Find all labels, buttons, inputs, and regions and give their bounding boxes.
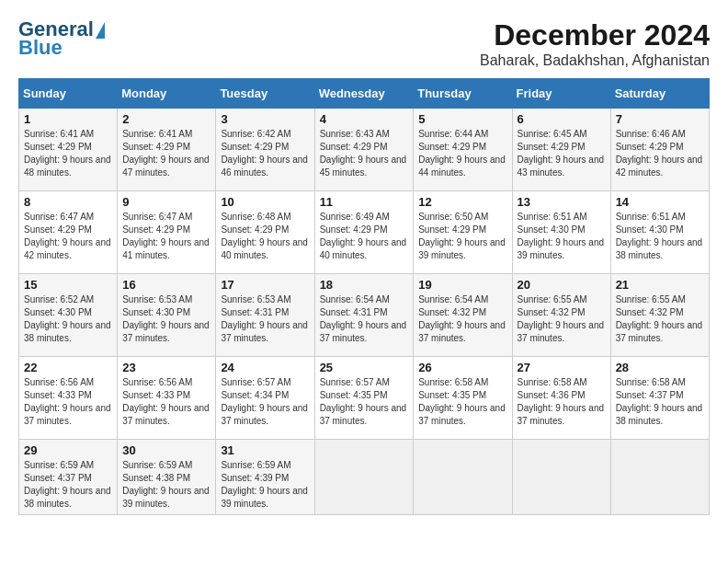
calendar-cell: 17Sunrise: 6:53 AMSunset: 4:31 PMDayligh… bbox=[216, 274, 314, 357]
calendar-cell: 18Sunrise: 6:54 AMSunset: 4:31 PMDayligh… bbox=[314, 274, 414, 357]
day-info: Sunrise: 6:47 AMSunset: 4:29 PMDaylight:… bbox=[24, 211, 112, 262]
day-number: 23 bbox=[122, 361, 210, 374]
calendar-cell: 26Sunrise: 6:58 AMSunset: 4:35 PMDayligh… bbox=[414, 357, 512, 440]
day-info: Sunrise: 6:50 AMSunset: 4:29 PMDaylight:… bbox=[418, 211, 506, 262]
day-info: Sunrise: 6:58 AMSunset: 4:35 PMDaylight:… bbox=[418, 376, 506, 428]
calendar-cell: 22Sunrise: 6:56 AMSunset: 4:33 PMDayligh… bbox=[19, 357, 118, 440]
calendar-cell: 13Sunrise: 6:51 AMSunset: 4:30 PMDayligh… bbox=[512, 191, 610, 274]
day-info: Sunrise: 6:53 AMSunset: 4:30 PMDaylight:… bbox=[122, 293, 210, 345]
col-tuesday: Tuesday bbox=[216, 79, 314, 109]
calendar-cell: 31Sunrise: 6:59 AMSunset: 4:39 PMDayligh… bbox=[216, 440, 314, 515]
calendar-cell bbox=[610, 440, 709, 515]
day-info: Sunrise: 6:48 AMSunset: 4:29 PMDaylight:… bbox=[221, 211, 309, 262]
day-info: Sunrise: 6:41 AMSunset: 4:29 PMDaylight:… bbox=[24, 128, 112, 179]
day-number: 18 bbox=[320, 278, 409, 292]
calendar-cell: 25Sunrise: 6:57 AMSunset: 4:35 PMDayligh… bbox=[314, 357, 414, 440]
day-number: 6 bbox=[518, 112, 606, 126]
day-number: 24 bbox=[221, 361, 309, 374]
col-saturday: Saturday bbox=[610, 79, 709, 109]
day-info: Sunrise: 6:57 AMSunset: 4:34 PMDaylight:… bbox=[221, 376, 309, 428]
calendar-cell bbox=[512, 440, 610, 515]
calendar-cell: 11Sunrise: 6:49 AMSunset: 4:29 PMDayligh… bbox=[314, 191, 414, 274]
day-number: 9 bbox=[122, 195, 210, 209]
day-info: Sunrise: 6:45 AMSunset: 4:29 PMDaylight:… bbox=[518, 128, 606, 179]
calendar-cell: 2Sunrise: 6:41 AMSunset: 4:29 PMDaylight… bbox=[118, 109, 216, 191]
day-number: 1 bbox=[24, 112, 112, 126]
day-number: 2 bbox=[122, 112, 210, 126]
page-header: General Blue December 2024 Baharak, Bada… bbox=[18, 18, 710, 69]
day-number: 11 bbox=[320, 195, 409, 209]
day-info: Sunrise: 6:49 AMSunset: 4:29 PMDaylight:… bbox=[320, 211, 409, 262]
calendar-week-row: 22Sunrise: 6:56 AMSunset: 4:33 PMDayligh… bbox=[19, 357, 710, 440]
day-info: Sunrise: 6:56 AMSunset: 4:33 PMDaylight:… bbox=[122, 376, 210, 428]
day-number: 10 bbox=[221, 195, 309, 209]
day-number: 12 bbox=[418, 195, 506, 209]
day-number: 28 bbox=[616, 361, 704, 374]
calendar-body: 1Sunrise: 6:41 AMSunset: 4:29 PMDaylight… bbox=[19, 109, 710, 515]
calendar-cell: 1Sunrise: 6:41 AMSunset: 4:29 PMDaylight… bbox=[19, 109, 118, 191]
day-number: 30 bbox=[122, 443, 210, 457]
calendar-cell: 20Sunrise: 6:55 AMSunset: 4:32 PMDayligh… bbox=[512, 274, 610, 357]
calendar-cell: 6Sunrise: 6:45 AMSunset: 4:29 PMDaylight… bbox=[512, 109, 610, 191]
calendar-cell: 8Sunrise: 6:47 AMSunset: 4:29 PMDaylight… bbox=[19, 191, 118, 274]
day-info: Sunrise: 6:56 AMSunset: 4:33 PMDaylight:… bbox=[24, 376, 112, 428]
col-monday: Monday bbox=[118, 79, 216, 109]
calendar-cell: 27Sunrise: 6:58 AMSunset: 4:36 PMDayligh… bbox=[512, 357, 610, 440]
calendar-cell: 4Sunrise: 6:43 AMSunset: 4:29 PMDaylight… bbox=[314, 109, 414, 191]
calendar-cell: 12Sunrise: 6:50 AMSunset: 4:29 PMDayligh… bbox=[414, 191, 512, 274]
calendar-cell: 16Sunrise: 6:53 AMSunset: 4:30 PMDayligh… bbox=[118, 274, 216, 357]
day-number: 16 bbox=[122, 278, 210, 292]
day-number: 7 bbox=[616, 112, 704, 126]
calendar-cell bbox=[314, 440, 414, 515]
calendar-table: Sunday Monday Tuesday Wednesday Thursday… bbox=[18, 78, 710, 515]
day-info: Sunrise: 6:58 AMSunset: 4:37 PMDaylight:… bbox=[616, 376, 704, 428]
col-sunday: Sunday bbox=[19, 79, 118, 109]
day-number: 3 bbox=[221, 112, 309, 126]
day-number: 13 bbox=[518, 195, 606, 209]
col-thursday: Thursday bbox=[414, 79, 512, 109]
calendar-cell bbox=[414, 440, 512, 515]
logo-triangle-icon bbox=[96, 22, 105, 39]
title-area: December 2024 Baharak, Badakhshan, Afgha… bbox=[480, 18, 710, 69]
calendar-week-row: 15Sunrise: 6:52 AMSunset: 4:30 PMDayligh… bbox=[19, 274, 710, 357]
day-info: Sunrise: 6:53 AMSunset: 4:31 PMDaylight:… bbox=[221, 293, 309, 345]
calendar-cell: 19Sunrise: 6:54 AMSunset: 4:32 PMDayligh… bbox=[414, 274, 512, 357]
calendar-cell: 9Sunrise: 6:47 AMSunset: 4:29 PMDaylight… bbox=[118, 191, 216, 274]
day-info: Sunrise: 6:57 AMSunset: 4:35 PMDaylight:… bbox=[320, 376, 409, 428]
logo-blue-text: Blue bbox=[18, 37, 63, 59]
logo: General Blue bbox=[18, 18, 105, 59]
day-number: 4 bbox=[320, 112, 409, 126]
page-title: December 2024 bbox=[480, 18, 710, 52]
calendar-cell: 3Sunrise: 6:42 AMSunset: 4:29 PMDaylight… bbox=[216, 109, 314, 191]
day-info: Sunrise: 6:41 AMSunset: 4:29 PMDaylight:… bbox=[122, 128, 210, 179]
day-info: Sunrise: 6:55 AMSunset: 4:32 PMDaylight:… bbox=[518, 293, 606, 345]
day-number: 14 bbox=[616, 195, 704, 209]
day-info: Sunrise: 6:54 AMSunset: 4:31 PMDaylight:… bbox=[320, 293, 409, 345]
calendar-cell: 28Sunrise: 6:58 AMSunset: 4:37 PMDayligh… bbox=[610, 357, 709, 440]
calendar-cell: 21Sunrise: 6:55 AMSunset: 4:32 PMDayligh… bbox=[610, 274, 709, 357]
day-info: Sunrise: 6:59 AMSunset: 4:37 PMDaylight:… bbox=[24, 459, 112, 511]
calendar-week-row: 8Sunrise: 6:47 AMSunset: 4:29 PMDaylight… bbox=[19, 191, 710, 274]
day-info: Sunrise: 6:51 AMSunset: 4:30 PMDaylight:… bbox=[616, 211, 704, 262]
calendar-cell: 23Sunrise: 6:56 AMSunset: 4:33 PMDayligh… bbox=[118, 357, 216, 440]
calendar-header: Sunday Monday Tuesday Wednesday Thursday… bbox=[19, 79, 710, 109]
calendar-cell: 29Sunrise: 6:59 AMSunset: 4:37 PMDayligh… bbox=[19, 440, 118, 515]
calendar-cell: 30Sunrise: 6:59 AMSunset: 4:38 PMDayligh… bbox=[118, 440, 216, 515]
day-number: 8 bbox=[24, 195, 112, 209]
day-number: 26 bbox=[418, 361, 506, 374]
calendar-cell: 10Sunrise: 6:48 AMSunset: 4:29 PMDayligh… bbox=[216, 191, 314, 274]
day-number: 20 bbox=[518, 278, 606, 292]
calendar-week-row: 1Sunrise: 6:41 AMSunset: 4:29 PMDaylight… bbox=[19, 109, 710, 191]
day-info: Sunrise: 6:59 AMSunset: 4:39 PMDaylight:… bbox=[221, 459, 309, 511]
day-number: 27 bbox=[518, 361, 606, 374]
day-info: Sunrise: 6:52 AMSunset: 4:30 PMDaylight:… bbox=[24, 293, 112, 345]
day-number: 5 bbox=[418, 112, 506, 126]
day-number: 19 bbox=[418, 278, 506, 292]
day-info: Sunrise: 6:58 AMSunset: 4:36 PMDaylight:… bbox=[518, 376, 606, 428]
day-info: Sunrise: 6:59 AMSunset: 4:38 PMDaylight:… bbox=[122, 459, 210, 511]
calendar-week-row: 29Sunrise: 6:59 AMSunset: 4:37 PMDayligh… bbox=[19, 440, 710, 515]
header-row: Sunday Monday Tuesday Wednesday Thursday… bbox=[19, 79, 710, 109]
calendar-cell: 5Sunrise: 6:44 AMSunset: 4:29 PMDaylight… bbox=[414, 109, 512, 191]
day-info: Sunrise: 6:47 AMSunset: 4:29 PMDaylight:… bbox=[122, 211, 210, 262]
col-wednesday: Wednesday bbox=[314, 79, 414, 109]
